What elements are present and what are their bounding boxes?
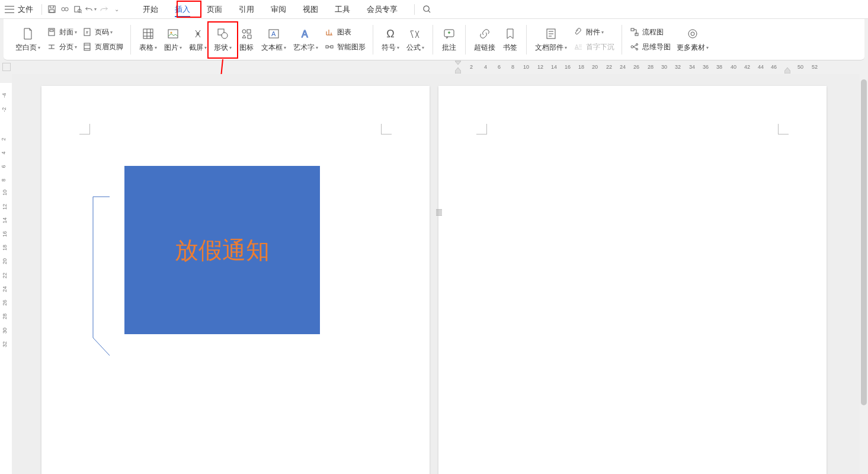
icon-gallery-icon [241, 26, 252, 41]
textbox-icon: A [268, 26, 280, 41]
file-menu[interactable]: 文件 [18, 4, 33, 15]
header-footer-icon [82, 43, 92, 51]
smartart-button[interactable]: 智能图形 [322, 41, 368, 53]
doc-parts-button[interactable]: 文档部件▾ [531, 25, 571, 54]
equation-icon [409, 26, 422, 41]
svg-rect-1 [49, 9, 54, 12]
screenshot-button[interactable]: 截屏▾ [185, 25, 210, 54]
hyperlink-button[interactable]: 超链接 [470, 25, 499, 54]
drop-cap-button[interactable]: A首字下沉 [571, 41, 617, 53]
scrollbar-thumb[interactable] [861, 79, 867, 405]
vertical-scrollbar[interactable] [860, 62, 868, 474]
tab-reference[interactable]: 引用 [230, 1, 262, 18]
ribbon: 空白页▾ 封面▾ 分页▾ #页码▾ 页眉页脚 表格▾ 图片▾ 截屏▾ 形状▾ [4, 19, 864, 60]
svg-point-2 [61, 8, 65, 11]
tab-insert[interactable]: 插入 [166, 1, 198, 18]
page-number-icon: # [82, 28, 92, 36]
flowchart-button[interactable]: 流程图 [627, 26, 673, 39]
line-shape[interactable] [92, 196, 116, 361]
print-icon[interactable] [59, 4, 71, 15]
bookmark-button[interactable]: 书签 [499, 25, 521, 54]
drop-cap-icon: A [573, 43, 584, 51]
svg-rect-24 [331, 46, 333, 48]
cover-icon [46, 28, 57, 36]
textbox-button[interactable]: A 文本框▾ [258, 25, 290, 54]
ruler-indent-marker[interactable] [455, 68, 461, 73]
mindmap-icon [629, 43, 640, 51]
icon-button[interactable]: 图标 [235, 25, 258, 54]
wordart-button[interactable]: A 艺术字▾ [290, 25, 322, 54]
shape-icon [217, 26, 229, 41]
page-1[interactable]: 放假通知 [41, 86, 430, 474]
page-2[interactable] [438, 86, 827, 474]
tab-view[interactable]: 视图 [294, 1, 326, 18]
preview-icon[interactable] [72, 4, 84, 15]
document-area[interactable]: 放假通知 [12, 74, 860, 474]
picture-button[interactable]: 图片▾ [161, 25, 185, 54]
attachment-button[interactable]: 附件▾ [571, 26, 617, 39]
margin-mark [381, 124, 392, 134]
separator [526, 25, 527, 55]
rectangle-shape[interactable]: 放假通知 [124, 166, 320, 334]
svg-rect-19 [247, 30, 251, 33]
table-button[interactable]: 表格▾ [136, 25, 161, 54]
chart-button[interactable]: 图表 [322, 26, 368, 39]
tab-page[interactable]: 页面 [198, 1, 230, 18]
shape-button[interactable]: 形状▾ [210, 25, 235, 54]
svg-rect-12 [143, 29, 153, 39]
svg-point-33 [688, 30, 697, 38]
mindmap-button[interactable]: 思维导图 [627, 41, 673, 53]
section-button[interactable]: 分页▾ [44, 41, 79, 53]
attachment-icon [573, 28, 584, 36]
tab-start[interactable]: 开始 [134, 1, 166, 18]
tab-tools[interactable]: 工具 [326, 1, 358, 18]
svg-text:A: A [271, 30, 276, 37]
tab-member[interactable]: 会员专享 [358, 1, 406, 18]
svg-marker-38 [455, 68, 461, 73]
table-icon [142, 26, 154, 41]
svg-point-3 [65, 8, 68, 11]
comment-icon [443, 26, 455, 41]
flowchart-icon [629, 28, 640, 36]
separator [465, 25, 466, 55]
svg-point-18 [242, 30, 246, 33]
symbol-button[interactable]: Ω 符号▾ [378, 25, 403, 54]
page-number-button[interactable]: #页码▾ [79, 26, 126, 39]
margin-mark [778, 124, 789, 134]
cover-button[interactable]: 封面▾ [44, 26, 79, 39]
separator [414, 4, 415, 15]
chart-icon [324, 28, 335, 36]
svg-point-14 [171, 32, 172, 34]
comment-button[interactable]: 批注 [438, 25, 460, 54]
page-split-handle[interactable] [436, 209, 442, 217]
search-icon[interactable] [421, 4, 433, 15]
svg-rect-28 [631, 28, 634, 31]
shape-text: 放假通知 [175, 234, 270, 267]
more-assets-button[interactable]: 更多素材▾ [673, 25, 712, 54]
blank-page-button[interactable]: 空白页▾ [12, 25, 44, 54]
doc-parts-icon [545, 26, 557, 41]
hamburger-icon[interactable] [5, 6, 14, 13]
save-icon[interactable] [46, 4, 57, 15]
svg-rect-11 [84, 43, 90, 50]
undo-icon[interactable]: ▾ [85, 4, 97, 15]
margin-mark [79, 124, 90, 134]
screenshot-icon [192, 26, 204, 41]
redo-icon[interactable] [98, 4, 110, 15]
svg-marker-37 [455, 61, 461, 65]
qat-more-icon[interactable]: ⌄ [111, 4, 123, 15]
symbol-icon: Ω [386, 26, 394, 41]
separator [433, 25, 433, 55]
ruler-indent-marker[interactable] [784, 68, 790, 73]
more-assets-icon [687, 26, 699, 41]
separator [622, 25, 622, 55]
header-footer-button[interactable]: 页眉页脚 [79, 41, 126, 53]
tab-review[interactable]: 审阅 [262, 1, 294, 18]
svg-text:#: # [86, 30, 88, 34]
section-icon [46, 43, 57, 51]
svg-text:A: A [302, 29, 308, 39]
svg-point-6 [423, 6, 428, 11]
equation-button[interactable]: 公式▾ [403, 25, 428, 54]
svg-marker-39 [784, 68, 790, 73]
ruler-indent-marker[interactable] [455, 60, 461, 65]
